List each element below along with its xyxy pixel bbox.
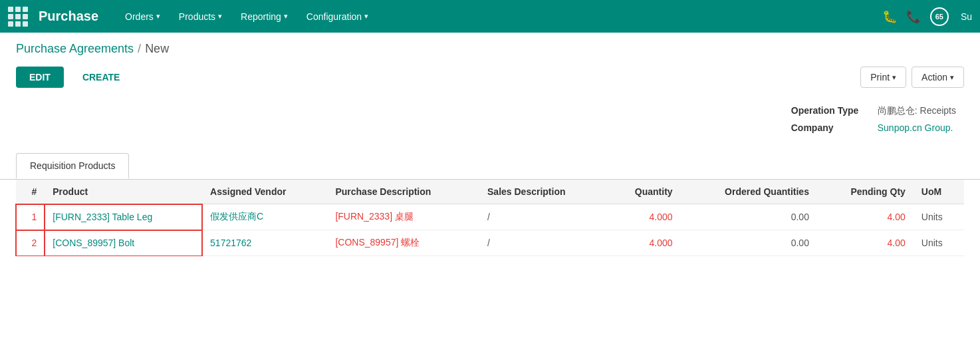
- col-header-ordered-qty: Ordered Quantities: [681, 180, 817, 204]
- top-navigation: Purchase Orders Products Reporting Confi…: [0, 0, 980, 33]
- menu-item-reporting[interactable]: Reporting: [233, 7, 296, 26]
- menu-item-orders[interactable]: Orders: [117, 7, 168, 26]
- products-table: # Product Assigned Vendor Purchase Descr…: [16, 180, 964, 256]
- row-2-qty: 4.000: [608, 230, 681, 256]
- app-grid-icon[interactable]: [8, 7, 28, 27]
- create-button[interactable]: CREATE: [69, 67, 134, 88]
- phone-icon[interactable]: 📞: [906, 9, 921, 24]
- notification-badge[interactable]: 65: [930, 7, 949, 26]
- edit-button[interactable]: EDIT: [16, 67, 64, 88]
- row-1-uom: Units: [914, 204, 964, 230]
- row-2-purchase-desc: [CONS_89957] 螺栓: [327, 230, 479, 256]
- company-label: Company: [791, 120, 878, 136]
- table-row: 1 [FURN_2333] Table Leg 假发供应商C [FURN_233…: [16, 204, 964, 230]
- row-2-uom: Units: [914, 230, 964, 256]
- operation-type-value: 尚鹏总仓: Receipts: [878, 102, 964, 120]
- tab-area: Requisition Products: [0, 142, 980, 179]
- breadcrumb-current: New: [145, 42, 169, 56]
- tab-list: Requisition Products: [16, 153, 964, 179]
- topnav-icons: 🐛 📞 65 Su: [882, 7, 972, 26]
- action-bar: EDIT CREATE Print Action: [0, 61, 980, 96]
- col-header-sales-desc: Sales Description: [479, 180, 608, 204]
- col-header-qty: Quantity: [608, 180, 681, 204]
- col-header-purchase-desc: Purchase Description: [327, 180, 479, 204]
- app-brand: Purchase: [39, 9, 98, 24]
- row-1-purchase-desc: [FURN_2333] 桌腿: [327, 204, 479, 230]
- row-2-num: 2: [16, 230, 45, 256]
- table-wrapper: # Product Assigned Vendor Purchase Descr…: [0, 179, 980, 256]
- breadcrumb: Purchase Agreements / New: [0, 33, 980, 61]
- user-avatar[interactable]: Su: [961, 11, 972, 22]
- info-table: Operation Type 尚鹏总仓: Receipts Company Su…: [791, 102, 964, 136]
- row-2-pending-qty: 4.00: [817, 230, 914, 256]
- col-header-vendor: Assigned Vendor: [202, 180, 327, 204]
- menu-item-products[interactable]: Products: [171, 7, 230, 26]
- print-button[interactable]: Print: [860, 67, 906, 88]
- row-2-product[interactable]: [CONS_89957] Bolt: [45, 230, 202, 256]
- col-header-num: #: [16, 180, 45, 204]
- table-header-row: # Product Assigned Vendor Purchase Descr…: [16, 180, 964, 204]
- row-1-pending-qty: 4.00: [817, 204, 914, 230]
- row-1-qty: 4.000: [608, 204, 681, 230]
- table-row: 2 [CONS_89957] Bolt 51721762 [CONS_89957…: [16, 230, 964, 256]
- bug-icon[interactable]: 🐛: [882, 9, 897, 24]
- company-value[interactable]: Sunpop.cn Group.: [878, 120, 964, 136]
- breadcrumb-separator: /: [138, 42, 141, 56]
- col-header-product: Product: [45, 180, 202, 204]
- row-2-ordered-qty: 0.00: [681, 230, 817, 256]
- operation-type-label: Operation Type: [791, 102, 878, 120]
- col-header-uom: UoM: [914, 180, 964, 204]
- row-1-ordered-qty: 0.00: [681, 204, 817, 230]
- info-section: Operation Type 尚鹏总仓: Receipts Company Su…: [0, 96, 980, 142]
- menu-item-configuration[interactable]: Configuration: [299, 7, 376, 26]
- row-1-vendor[interactable]: 假发供应商C: [202, 204, 327, 230]
- row-1-product[interactable]: [FURN_2333] Table Leg: [45, 204, 202, 230]
- row-2-sales-desc: /: [479, 230, 608, 256]
- col-header-pending-qty: Pending Qty: [817, 180, 914, 204]
- row-1-num: 1: [16, 204, 45, 230]
- breadcrumb-parent[interactable]: Purchase Agreements: [16, 42, 134, 56]
- action-button[interactable]: Action: [912, 67, 964, 88]
- row-1-sales-desc: /: [479, 204, 608, 230]
- tab-requisition-products[interactable]: Requisition Products: [16, 153, 129, 179]
- row-2-vendor[interactable]: 51721762: [202, 230, 327, 256]
- main-menu: Orders Products Reporting Configuration: [117, 7, 877, 26]
